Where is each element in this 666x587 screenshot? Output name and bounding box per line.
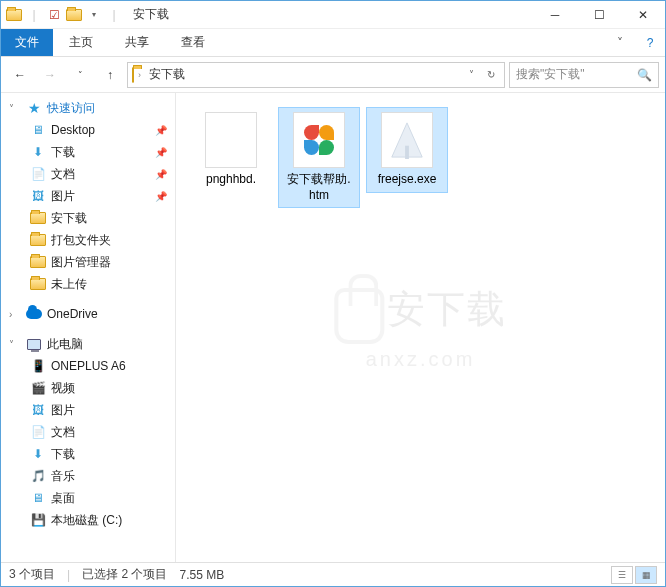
sidebar-item-downloads[interactable]: ⬇下载	[1, 443, 175, 465]
sidebar-item-label: 图片管理器	[51, 254, 111, 271]
sidebar-item-downloads[interactable]: ⬇下载📌	[1, 141, 175, 163]
desktop-icon: 🖥	[29, 122, 47, 138]
address-dropdown-icon[interactable]: ˅	[462, 69, 480, 80]
ribbon-expand-icon[interactable]: ˅	[605, 29, 635, 56]
qat-separator: |	[25, 6, 43, 24]
navigation-bar: ← → ˅ ↑ › 安下载 ˅ ↻ 搜索"安下载" 🔍	[1, 57, 665, 93]
chevron-right-icon[interactable]: ›	[138, 70, 141, 80]
chevron-right-icon[interactable]: ›	[9, 309, 21, 320]
details-view-button[interactable]: ☰	[611, 566, 633, 584]
document-icon: 📄	[29, 424, 47, 440]
sidebar-item-label: 下载	[51, 144, 75, 161]
sidebar-item-label: 图片	[51, 188, 75, 205]
title-bar: | ☑ ▾ | 安下载 ─ ☐ ✕	[1, 1, 665, 29]
chevron-down-icon[interactable]: ˅	[9, 339, 21, 350]
ribbon-tabs: 文件 主页 共享 查看 ˅ ?	[1, 29, 665, 57]
pin-icon: 📌	[155, 147, 167, 158]
sidebar-item-pictures[interactable]: 🖼图片	[1, 399, 175, 421]
up-button[interactable]: ↑	[97, 62, 123, 88]
folder-icon	[29, 232, 47, 248]
file-name: freejse.exe	[376, 172, 439, 188]
refresh-icon[interactable]: ↻	[482, 69, 500, 80]
minimize-button[interactable]: ─	[533, 1, 577, 29]
status-item-count: 3 个项目	[9, 566, 55, 583]
qat-separator: |	[105, 6, 123, 24]
pc-icon	[25, 336, 43, 352]
file-item[interactable]: pnghhbd.	[190, 107, 272, 193]
sidebar-item-folder[interactable]: 安下载	[1, 207, 175, 229]
properties-icon[interactable]: ☑	[45, 6, 63, 24]
download-icon: ⬇	[29, 446, 47, 462]
status-size: 7.55 MB	[179, 568, 224, 582]
sidebar-item-videos[interactable]: 🎬视频	[1, 377, 175, 399]
disk-icon: 💾	[29, 512, 47, 528]
video-icon: 🎬	[29, 380, 47, 396]
sidebar-item-music[interactable]: 🎵音乐	[1, 465, 175, 487]
status-bar: 3 个项目 | 已选择 2 个项目 7.55 MB ☰ ▦	[1, 562, 665, 586]
address-bar[interactable]: › 安下载 ˅ ↻	[127, 62, 505, 88]
maximize-button[interactable]: ☐	[577, 1, 621, 29]
document-icon: 📄	[29, 166, 47, 182]
folder-icon	[29, 254, 47, 270]
tab-share[interactable]: 共享	[109, 29, 165, 56]
file-tab[interactable]: 文件	[1, 29, 53, 56]
file-name: 安下载帮助.htm	[283, 172, 355, 203]
view-switcher: ☰ ▦	[611, 566, 657, 584]
sidebar-item-desktop[interactable]: 🖥Desktop📌	[1, 119, 175, 141]
help-icon[interactable]: ?	[635, 29, 665, 56]
sidebar-item-folder[interactable]: 图片管理器	[1, 251, 175, 273]
sidebar-item-folder[interactable]: 打包文件夹	[1, 229, 175, 251]
back-button[interactable]: ←	[7, 62, 33, 88]
file-thumb-exe	[381, 112, 433, 168]
sidebar-item-disk[interactable]: 💾本地磁盘 (C:)	[1, 509, 175, 531]
sidebar-item-label: Desktop	[51, 123, 95, 137]
close-button[interactable]: ✕	[621, 1, 665, 29]
picture-icon: 🖼	[29, 402, 47, 418]
chevron-down-icon[interactable]: ˅	[9, 103, 21, 114]
sidebar-onedrive[interactable]: ›OneDrive	[1, 303, 175, 325]
onedrive-icon	[25, 306, 43, 322]
sidebar-this-pc[interactable]: ˅此电脑	[1, 333, 175, 355]
folder-icon	[5, 6, 23, 24]
tab-home[interactable]: 主页	[53, 29, 109, 56]
navigation-pane: ˅ ★ 快速访问 🖥Desktop📌 ⬇下载📌 📄文档📌 🖼图片📌 安下载 打包…	[1, 93, 176, 562]
sidebar-item-device[interactable]: 📱ONEPLUS A6	[1, 355, 175, 377]
sidebar-item-label: 桌面	[51, 490, 75, 507]
sidebar-item-label: 视频	[51, 380, 75, 397]
desktop-icon: 🖥	[29, 490, 47, 506]
icons-view-button[interactable]: ▦	[635, 566, 657, 584]
search-placeholder: 搜索"安下载"	[516, 66, 585, 83]
sidebar-quick-access[interactable]: ˅ ★ 快速访问	[1, 97, 175, 119]
sidebar-item-label: 文档	[51, 166, 75, 183]
file-name: pnghhbd.	[204, 172, 258, 188]
download-icon: ⬇	[29, 144, 47, 160]
qat-dropdown-icon[interactable]: ▾	[85, 6, 103, 24]
sidebar-item-label: OneDrive	[47, 307, 98, 321]
sidebar-item-pictures[interactable]: 🖼图片📌	[1, 185, 175, 207]
file-item[interactable]: freejse.exe	[366, 107, 448, 193]
window-title: 安下载	[133, 6, 169, 23]
pin-icon: 📌	[155, 125, 167, 136]
sidebar-item-label: 音乐	[51, 468, 75, 485]
folder-icon[interactable]	[65, 6, 83, 24]
folder-icon	[132, 68, 134, 82]
breadcrumb-current[interactable]: 安下载	[145, 66, 189, 83]
search-icon: 🔍	[637, 68, 652, 82]
sidebar-item-label: 文档	[51, 424, 75, 441]
sidebar-item-folder[interactable]: 未上传	[1, 273, 175, 295]
file-thumb-generic	[205, 112, 257, 168]
file-list[interactable]: 安下载 anxz.com pnghhbd. 安下载帮助.htm freejse.…	[176, 93, 665, 562]
sidebar-item-label: 快速访问	[47, 100, 95, 117]
sidebar-item-documents[interactable]: 📄文档	[1, 421, 175, 443]
file-item[interactable]: 安下载帮助.htm	[278, 107, 360, 208]
search-input[interactable]: 搜索"安下载" 🔍	[509, 62, 659, 88]
tab-view[interactable]: 查看	[165, 29, 221, 56]
sidebar-item-documents[interactable]: 📄文档📌	[1, 163, 175, 185]
status-selection: 已选择 2 个项目	[82, 566, 167, 583]
device-icon: 📱	[29, 358, 47, 374]
sidebar-item-desktop[interactable]: 🖥桌面	[1, 487, 175, 509]
quick-access-toolbar: | ☑ ▾ |	[1, 6, 127, 24]
svg-rect-1	[405, 146, 409, 159]
explorer-body: ˅ ★ 快速访问 🖥Desktop📌 ⬇下载📌 📄文档📌 🖼图片📌 安下载 打包…	[1, 93, 665, 562]
recent-dropdown[interactable]: ˅	[67, 62, 93, 88]
